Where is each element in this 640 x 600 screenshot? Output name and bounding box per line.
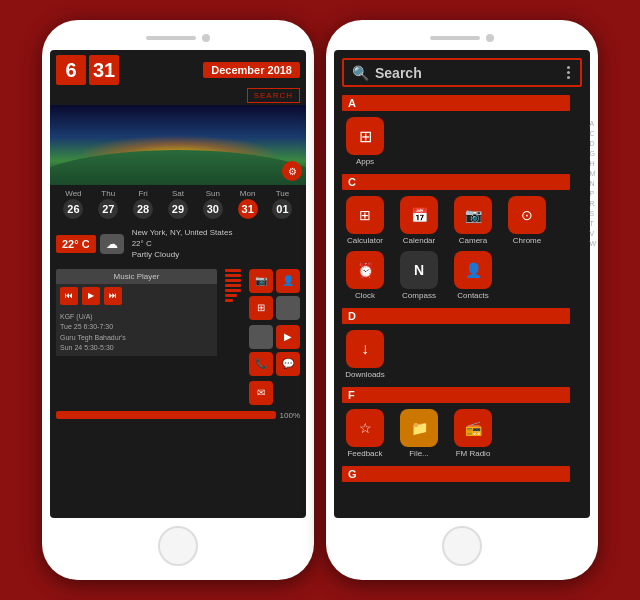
section-d-header: D (342, 308, 570, 324)
alpha-s[interactable]: S (589, 210, 590, 217)
fmradio-icon[interactable]: 📻 (454, 409, 492, 447)
section-a-header: A (342, 95, 570, 111)
weather-text: New York, NY, United States 22° C Partly… (132, 227, 233, 261)
camera-shortcut[interactable]: 📷 (249, 269, 273, 293)
alpha-h[interactable]: H (589, 160, 590, 167)
app-item-downloads[interactable]: ↓ Downloads (342, 330, 388, 379)
settings-icon[interactable]: ⚙ (282, 161, 302, 181)
camera-icon[interactable]: 📷 (454, 196, 492, 234)
day-fri: Fri 28 (133, 189, 153, 219)
calendar-icon[interactable]: 📅 (400, 196, 438, 234)
app-item-calculator[interactable]: ⊞ Calculator (342, 196, 388, 245)
app-list: A ⊞ Apps C ⊞ Calculator 📅 C (334, 91, 590, 518)
downloads-icon[interactable]: ↓ (346, 330, 384, 368)
contacts-shortcut[interactable]: 👤 (276, 269, 300, 293)
fmradio-label: FM Radio (456, 449, 491, 458)
day-thu: Thu 27 (98, 189, 118, 219)
chrome-shortcut[interactable] (276, 296, 300, 320)
alpha-w[interactable]: W (589, 240, 590, 247)
alpha-v[interactable]: V (589, 230, 590, 237)
music-row: Music Player ⏮ ▶ ⏭ KGF (U/A) Tue 25 6:30… (50, 265, 306, 409)
apps-icon[interactable]: ⊞ (346, 117, 384, 155)
chrome-label: Chrome (513, 236, 541, 245)
app-item-files[interactable]: 📁 File... (396, 409, 442, 458)
section-c-header: C (342, 174, 570, 190)
youtube-shortcut[interactable]: ▶ (276, 325, 300, 349)
grid-shortcut[interactable]: ⊞ (249, 296, 273, 320)
right-speaker (430, 36, 480, 40)
alpha-t[interactable]: T (589, 220, 590, 227)
messages-shortcut[interactable]: 💬 (276, 352, 300, 376)
alpha-p[interactable]: P (589, 190, 590, 197)
search-text: Search (375, 65, 559, 81)
app-item-feedback[interactable]: ☆ Feedback (342, 409, 388, 458)
files-label: File... (409, 449, 429, 458)
compass-label: Compass (402, 291, 436, 300)
left-phone-top (50, 34, 306, 42)
speaker (146, 36, 196, 40)
app-item-camera[interactable]: 📷 Camera (450, 196, 496, 245)
contacts-icon[interactable]: 👤 (454, 251, 492, 289)
battery-bar (56, 411, 276, 419)
date-box: 31 (89, 55, 119, 85)
section-d-apps: ↓ Downloads (342, 328, 570, 383)
day-tue: Tue 01 (272, 189, 292, 219)
right-phone: 🔍 Search A ⊞ Apps (326, 20, 598, 580)
feedback-label: Feedback (347, 449, 382, 458)
email-shortcut[interactable]: ✉ (249, 381, 273, 405)
alpha-a[interactable]: A (589, 120, 590, 127)
music-title: Music Player (56, 269, 217, 284)
app-item-fmradio[interactable]: 📻 FM Radio (450, 409, 496, 458)
prev-button[interactable]: ⏮ (60, 287, 78, 305)
files-icon[interactable]: 📁 (400, 409, 438, 447)
feedback-icon[interactable]: ☆ (346, 409, 384, 447)
temperature-box: 22° C (56, 235, 96, 253)
battery-percent: 100% (280, 411, 300, 420)
alpha-m[interactable]: M (589, 170, 590, 177)
battery-fill (56, 411, 276, 419)
alpha-r[interactable]: R (589, 200, 590, 207)
section-f-header: F (342, 387, 570, 403)
section-g-header: G (342, 466, 570, 482)
earth-image: ⚙ (50, 105, 306, 185)
app-item-calendar[interactable]: 📅 Calendar (396, 196, 442, 245)
app-item-apps[interactable]: ⊞ Apps (342, 117, 388, 166)
app-item-clock[interactable]: ⏰ Clock (342, 251, 388, 300)
app-item-compass[interactable]: N Compass (396, 251, 442, 300)
right-screen: 🔍 Search A ⊞ Apps (334, 50, 590, 518)
home-button-left[interactable] (158, 526, 198, 566)
cloud-icon: ☁ (100, 234, 124, 254)
battery-row: 100% (50, 409, 306, 422)
day-mon: Mon 31 (238, 189, 258, 219)
right-camera-dot (486, 34, 494, 42)
calculator-icon[interactable]: ⊞ (346, 196, 384, 234)
app-item-contacts[interactable]: 👤 Contacts (450, 251, 496, 300)
next-button[interactable]: ⏭ (104, 287, 122, 305)
chrome-icon[interactable]: ⊙ (508, 196, 546, 234)
left-screen: 6 31 December 2018 SEARCH ⚙ Wed 26 (50, 50, 306, 518)
play-button[interactable]: ▶ (82, 287, 100, 305)
alpha-n[interactable]: N (589, 180, 590, 187)
compass-icon[interactable]: N (400, 251, 438, 289)
section-a-apps: ⊞ Apps (342, 115, 570, 170)
week-row: Wed 26 Thu 27 Fri 28 Sat 29 Sun 30 (50, 185, 306, 223)
home-button-right[interactable] (442, 526, 482, 566)
search-button-left[interactable]: SEARCH (247, 88, 300, 103)
volume-indicator (225, 269, 241, 302)
search-icon: 🔍 (352, 65, 369, 81)
alpha-c[interactable]: C (589, 130, 590, 137)
more-options-button[interactable] (565, 64, 572, 81)
camera-label: Camera (459, 236, 487, 245)
maps-shortcut[interactable] (249, 325, 273, 349)
calendar-label: Calendar (403, 236, 435, 245)
alpha-d[interactable]: D (589, 140, 590, 147)
music-controls: ⏮ ▶ ⏭ (56, 284, 217, 308)
alpha-g[interactable]: G (589, 150, 590, 157)
search-bar[interactable]: 🔍 Search (342, 58, 582, 87)
phone-shortcut[interactable]: 📞 (249, 352, 273, 376)
right-phone-top (334, 34, 590, 42)
day-wed: Wed 26 (63, 189, 83, 219)
app-item-chrome[interactable]: ⊙ Chrome (504, 196, 550, 245)
clock-icon[interactable]: ⏰ (346, 251, 384, 289)
month-box: December 2018 (203, 62, 300, 78)
